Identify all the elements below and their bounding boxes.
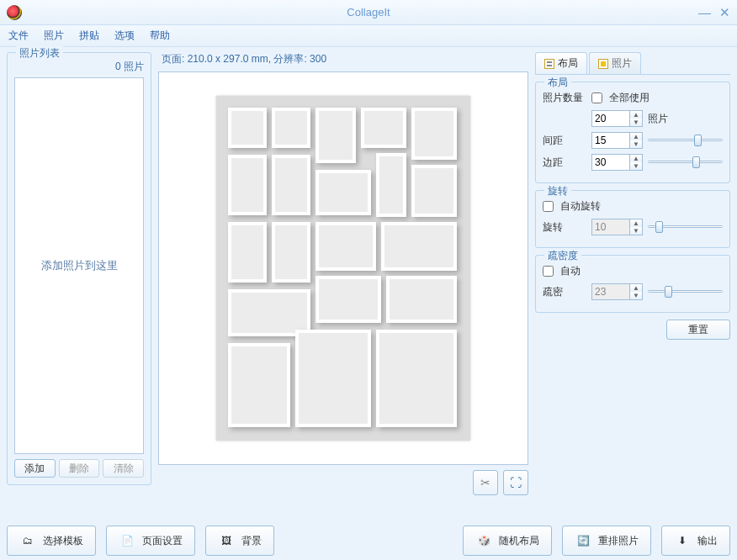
canvas-area[interactable] bbox=[158, 71, 528, 465]
crop-button[interactable]: ✂ bbox=[473, 470, 498, 495]
tabs: 布局 照片 bbox=[535, 52, 730, 75]
rotate-label: 旋转 bbox=[543, 220, 586, 235]
rotate-group-title: 旋转 bbox=[544, 184, 571, 198]
auto-density-label: 自动 bbox=[560, 264, 581, 278]
photo-list-panel: 照片列表 0 照片 添加照片到这里 添加 删除 清除 bbox=[7, 52, 151, 485]
layout-group-title: 布局 bbox=[544, 76, 571, 90]
canvas-buttons: ✂ ⛶ bbox=[158, 470, 528, 495]
menubar: 文件 照片 拼贴 选项 帮助 bbox=[0, 25, 737, 47]
template-icon: 🗂 bbox=[19, 532, 36, 549]
auto-density-checkbox[interactable] bbox=[543, 266, 554, 277]
output-button[interactable]: ⬇输出 bbox=[661, 526, 730, 556]
close-button[interactable]: ✕ bbox=[719, 5, 730, 20]
page-setup-button[interactable]: 📄页面设置 bbox=[106, 526, 195, 556]
background-icon: 🖼 bbox=[218, 532, 235, 549]
rearrange-icon: 🔄 bbox=[575, 532, 591, 549]
photo-icon bbox=[598, 59, 608, 69]
reset-button[interactable]: 重置 bbox=[666, 320, 730, 340]
center-panel: 页面: 210.0 x 297.0 mm, 分辨率: 300 bbox=[158, 52, 528, 516]
template-button[interactable]: 🗂选择模板 bbox=[7, 526, 96, 556]
fit-icon: ⛶ bbox=[510, 477, 522, 489]
menu-help[interactable]: 帮助 bbox=[150, 29, 170, 43]
density-group-title: 疏密度 bbox=[544, 249, 581, 263]
use-all-checkbox[interactable] bbox=[591, 92, 602, 103]
page-setup-icon: 📄 bbox=[119, 532, 135, 549]
layout-group: 布局 照片数量 全部使用 ▲▼ 照片 间距 ▲▼ 边距 ▲▼ bbox=[535, 82, 730, 183]
auto-rotate-label: 自动旋转 bbox=[560, 199, 601, 214]
density-spinner: ▲▼ bbox=[591, 283, 643, 300]
titlebar: CollageIt — ✕ bbox=[0, 0, 737, 25]
main-area: 照片列表 0 照片 添加照片到这里 添加 删除 清除 页面: 210.0 x 2… bbox=[0, 47, 737, 521]
spacing-label: 间距 bbox=[543, 134, 586, 148]
layout-icon bbox=[544, 59, 554, 69]
spin-up-icon[interactable]: ▲ bbox=[630, 111, 642, 119]
menu-options[interactable]: 选项 bbox=[114, 29, 135, 43]
fit-button[interactable]: ⛶ bbox=[503, 470, 528, 495]
output-icon: ⬇ bbox=[674, 532, 691, 549]
drop-placeholder: 添加照片到这里 bbox=[41, 258, 118, 273]
tab-layout[interactable]: 布局 bbox=[535, 52, 587, 74]
random-icon: 🎲 bbox=[475, 532, 492, 549]
auto-rotate-checkbox[interactable] bbox=[543, 201, 554, 212]
clear-button: 清除 bbox=[103, 459, 144, 478]
density-label: 疏密 bbox=[543, 285, 586, 299]
background-button[interactable]: 🖼背景 bbox=[205, 526, 274, 556]
menu-collage[interactable]: 拼贴 bbox=[79, 29, 99, 43]
tab-photo[interactable]: 照片 bbox=[589, 52, 641, 74]
photo-count-spinner[interactable]: ▲▼ bbox=[591, 110, 643, 127]
density-slider bbox=[648, 284, 723, 299]
photo-drop-area[interactable]: 添加照片到这里 bbox=[14, 77, 144, 454]
photo-count-label: 照片数量 bbox=[543, 91, 586, 105]
density-group: 疏密度 自动 疏密 ▲▼ bbox=[535, 255, 730, 313]
spacing-slider[interactable] bbox=[648, 133, 723, 148]
rotate-spinner: ▲▼ bbox=[591, 219, 643, 235]
rearrange-button[interactable]: 🔄重排照片 bbox=[562, 526, 651, 556]
margin-label: 边距 bbox=[543, 156, 586, 170]
crop-icon: ✂ bbox=[480, 476, 490, 489]
margin-slider[interactable] bbox=[648, 155, 723, 170]
rotate-slider bbox=[648, 219, 723, 235]
menu-photo[interactable]: 照片 bbox=[44, 29, 64, 43]
rotate-group: 旋转 自动旋转 旋转 ▲▼ bbox=[535, 190, 730, 248]
minimize-button[interactable]: — bbox=[698, 5, 711, 20]
left-panel: 照片列表 0 照片 添加照片到这里 添加 删除 清除 bbox=[7, 52, 151, 516]
reset-row: 重置 bbox=[535, 320, 730, 340]
page-info: 页面: 210.0 x 297.0 mm, 分辨率: 300 bbox=[158, 52, 528, 66]
menu-file[interactable]: 文件 bbox=[8, 29, 29, 43]
photo-list-title: 照片列表 bbox=[16, 46, 63, 61]
use-all-label: 全部使用 bbox=[609, 91, 650, 105]
random-button[interactable]: 🎲随机布局 bbox=[463, 526, 552, 556]
window-title: CollageIt bbox=[347, 6, 390, 18]
photos-suffix: 照片 bbox=[648, 112, 668, 126]
right-panel: 布局 照片 布局 照片数量 全部使用 ▲▼ 照片 间距 ▲▼ 边距 ▲▼ bbox=[535, 52, 730, 516]
photo-count: 0 照片 bbox=[14, 60, 144, 74]
photo-list-buttons: 添加 删除 清除 bbox=[14, 459, 144, 478]
window-controls: — ✕ bbox=[698, 5, 730, 20]
add-button[interactable]: 添加 bbox=[14, 459, 56, 478]
app-icon bbox=[7, 5, 22, 20]
delete-button: 删除 bbox=[59, 459, 100, 478]
toolbar: 🗂选择模板 📄页面设置 🖼背景 🎲随机布局 🔄重排照片 ⬇输出 bbox=[7, 521, 730, 560]
spacing-spinner[interactable]: ▲▼ bbox=[591, 132, 643, 149]
margin-spinner[interactable]: ▲▼ bbox=[591, 154, 643, 171]
collage-page bbox=[216, 96, 470, 441]
spin-down-icon[interactable]: ▼ bbox=[630, 119, 642, 126]
